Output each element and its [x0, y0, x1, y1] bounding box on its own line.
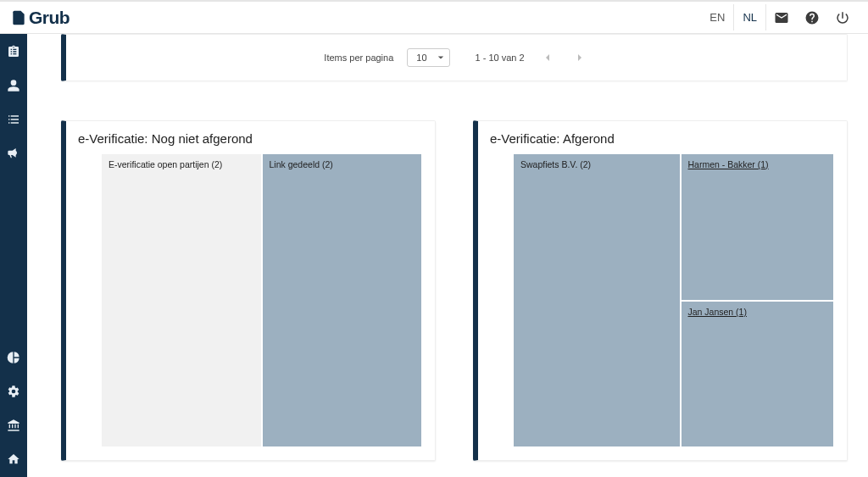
- pagination-prev[interactable]: [538, 48, 557, 67]
- treemap-completed: Swapfiets B.V. (2) Harmen - Bakker (1) J…: [514, 154, 833, 446]
- power-icon[interactable]: [827, 3, 858, 33]
- card-completed-verification: e-Verificatie: Afgerond Swapfiets B.V. (…: [473, 120, 848, 461]
- card-pending-title: e-Verificatie: Nog niet afgerond: [78, 131, 421, 146]
- treemap-tile-link-label: Link gedeeld (2): [270, 159, 333, 169]
- treemap-pending: E-verificatie open partijen (2) Link ged…: [102, 154, 421, 446]
- treemap-tile-person1-link[interactable]: Harmen - Bakker (1): [688, 159, 769, 169]
- mail-icon[interactable]: [766, 3, 797, 33]
- items-per-page-label: Items per pagina: [324, 53, 393, 63]
- nav-person-icon[interactable]: [6, 78, 21, 93]
- chevron-down-icon: [437, 54, 444, 61]
- sidebar: [0, 34, 27, 477]
- content-area: Items per pagina 10 1 - 10 van 2 e-Verif…: [27, 34, 868, 477]
- brand-logo[interactable]: Grub: [10, 8, 70, 28]
- page-size-value: 10: [416, 53, 426, 63]
- nav-home-icon[interactable]: [6, 452, 21, 467]
- page-size-select[interactable]: 10: [407, 48, 449, 67]
- pagination-range: 1 - 10 van 2: [476, 53, 525, 63]
- treemap-tile-person2[interactable]: Jan Jansen (1): [682, 302, 834, 447]
- nav-checklist-icon[interactable]: [6, 112, 21, 127]
- pagination-card: Items per pagina 10 1 - 10 van 2: [61, 34, 848, 81]
- brand-text: Grub: [29, 8, 70, 28]
- treemap-tile-open-label: E-verificatie open partijen (2): [108, 159, 222, 169]
- lang-nl[interactable]: NL: [733, 4, 766, 31]
- cards-row: e-Verificatie: Nog niet afgerond E-verif…: [61, 120, 848, 461]
- topbar-right: EN NL: [701, 3, 858, 33]
- nav-settings-icon[interactable]: [6, 384, 21, 399]
- card-completed-title: e-Verificatie: Afgerond: [490, 131, 833, 146]
- nav-megaphone-icon[interactable]: [6, 146, 21, 161]
- card-pending-verification: e-Verificatie: Nog niet afgerond E-verif…: [61, 120, 436, 461]
- lang-en[interactable]: EN: [701, 4, 733, 31]
- nav-clipboard-icon[interactable]: [6, 44, 21, 59]
- pagination-next[interactable]: [570, 48, 589, 67]
- treemap-tile-company-label: Swapfiets B.V. (2): [520, 159, 591, 169]
- treemap-tile-open-parties[interactable]: E-verificatie open partijen (2): [102, 154, 261, 446]
- brand-icon: [10, 9, 27, 26]
- nav-bank-icon[interactable]: [6, 418, 21, 433]
- treemap-tile-person1[interactable]: Harmen - Bakker (1): [682, 154, 834, 300]
- nav-pie-icon[interactable]: [6, 350, 21, 365]
- treemap-tile-person2-link[interactable]: Jan Jansen (1): [688, 307, 747, 317]
- topbar: Grub EN NL: [0, 0, 868, 34]
- treemap-tile-link-shared[interactable]: Link gedeeld (2): [263, 154, 422, 446]
- help-icon[interactable]: [797, 3, 827, 33]
- treemap-tile-company[interactable]: Swapfiets B.V. (2): [514, 154, 680, 446]
